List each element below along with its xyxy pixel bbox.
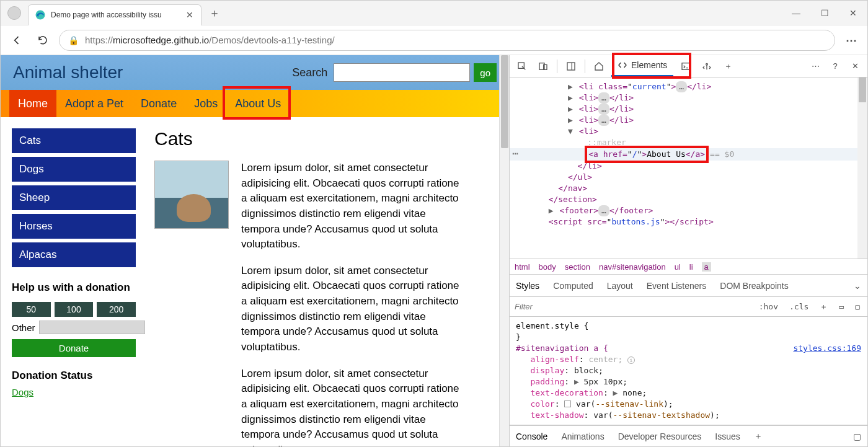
drawer-console[interactable]: Console — [516, 432, 547, 441]
status-heading: Donation Status — [12, 370, 136, 382]
highlight-box-dom-node: <a href="/">About Us</a> — [587, 148, 706, 161]
styles-tabs: Styles Computed Layout Event Listeners D… — [510, 275, 867, 297]
sidebar-item-alpacas[interactable]: Alpacas — [12, 242, 136, 267]
crumb-ul[interactable]: ul — [675, 262, 681, 272]
sidebar-item-cats[interactable]: Cats — [12, 128, 136, 153]
dom-scrollbar[interactable] — [857, 77, 867, 259]
page-title: Cats — [154, 128, 498, 149]
sidebar: Cats Dogs Sheep Horses Alpacas Help us w… — [12, 128, 136, 446]
crumb-li[interactable]: li — [689, 262, 693, 272]
browser-toolbar: 🔒 https://microsoftedge.github.io/Demos/… — [1, 25, 867, 55]
nav-about-us[interactable]: About Us — [226, 90, 290, 117]
console-icon[interactable] — [677, 58, 694, 75]
welcome-icon[interactable] — [590, 58, 608, 75]
device-icon[interactable] — [534, 58, 552, 75]
refresh-icon[interactable] — [33, 30, 53, 50]
tab-dom-breakpoints[interactable]: DOM Breakpoints — [720, 281, 788, 291]
stylesheet-link[interactable]: styles.css:169 — [793, 343, 861, 354]
crumb-section[interactable]: section — [565, 262, 590, 272]
dom-row-menu-icon[interactable]: ⋯ — [512, 148, 519, 159]
paragraph-1: Lorem ipsum dolor, sit amet consectetur … — [241, 161, 464, 252]
close-window-icon[interactable]: ✕ — [839, 1, 867, 25]
tab-layout[interactable]: Layout — [607, 281, 633, 291]
donate-button[interactable]: Donate — [12, 339, 136, 357]
devtools-toolbar: Elements ＋ ⋯ ? ✕ — [510, 55, 867, 77]
top-nav: Home Adopt a Pet Donate Jobs About Us — [1, 90, 509, 117]
devtools-close-icon[interactable]: ✕ — [846, 58, 864, 75]
styles-expand-icon[interactable]: ▢ — [852, 302, 862, 311]
donate-200[interactable]: 200 — [97, 302, 136, 317]
more-icon[interactable]: ⋯ — [841, 30, 861, 50]
browser-tab[interactable]: Demo page with accessibility issu ✕ — [28, 4, 202, 25]
other-label: Other — [12, 322, 35, 333]
donate-50[interactable]: 50 — [12, 302, 51, 317]
page-viewport: Animal shelter Search go Home Adopt a Pe… — [1, 55, 509, 446]
sidebar-item-dogs[interactable]: Dogs — [12, 157, 136, 182]
styles-filter-input[interactable] — [515, 302, 750, 311]
nav-home[interactable]: Home — [9, 90, 56, 117]
drawer-dev-resources[interactable]: Developer Resources — [618, 432, 702, 441]
search-label: Search — [292, 66, 327, 79]
page-scrollbar[interactable] — [499, 55, 509, 446]
donate-100[interactable]: 100 — [55, 302, 94, 317]
nav-donate[interactable]: Donate — [132, 90, 185, 117]
help-icon[interactable]: ? — [826, 58, 844, 75]
address-bar[interactable]: 🔒 https://microsoftedge.github.io/Demos/… — [59, 30, 835, 51]
tab-elements[interactable]: Elements — [611, 56, 673, 77]
hov-toggle[interactable]: :hov — [756, 302, 781, 311]
sources-icon[interactable] — [698, 58, 715, 75]
back-icon[interactable] — [7, 30, 27, 50]
tab-styles[interactable]: Styles — [516, 281, 539, 291]
styles-pane[interactable]: element.style { } #sitenavigation a {sty… — [510, 317, 867, 425]
inspect-icon[interactable] — [513, 58, 531, 75]
add-tab-icon[interactable]: ＋ — [719, 58, 737, 75]
profile-avatar[interactable] — [1, 6, 28, 20]
svg-point-7 — [706, 63, 708, 65]
crumb-html[interactable]: html — [515, 262, 530, 272]
url-text: https://microsoftedge.github.io/Demos/de… — [85, 35, 335, 45]
site-title: Animal shelter — [13, 63, 292, 82]
paragraph-3: Lorem ipsum dolor, sit amet consectetur … — [241, 366, 464, 446]
drawer-add-icon[interactable]: ＋ — [754, 431, 763, 442]
status-link-dogs[interactable]: Dogs — [12, 387, 136, 397]
drawer-tabs: Console Animations Developer Resources I… — [510, 425, 867, 446]
nav-adopt[interactable]: Adopt a Pet — [56, 90, 132, 117]
drawer-issues[interactable]: Issues — [715, 432, 740, 441]
tab-title: Demo page with accessibility issu — [51, 11, 185, 19]
edge-icon — [35, 9, 46, 20]
tab-elements-label: Elements — [631, 60, 667, 70]
cls-toggle[interactable]: .cls — [787, 302, 811, 311]
drawer-animations[interactable]: Animations — [561, 432, 604, 441]
crumb-nav[interactable]: nav#sitenavigation — [599, 262, 666, 272]
devtools-more-icon[interactable]: ⋯ — [807, 58, 824, 75]
sidebar-item-horses[interactable]: Horses — [12, 214, 136, 239]
titlebar: Demo page with accessibility issu ✕ ＋ — … — [1, 1, 867, 25]
sidebar-item-sheep[interactable]: Sheep — [12, 185, 136, 210]
computed-toggle-icon[interactable]: ▭ — [836, 302, 846, 311]
tab-computed[interactable]: Computed — [553, 281, 593, 291]
cat-image — [154, 161, 229, 229]
crumb-body[interactable]: body — [539, 262, 556, 272]
search-input[interactable] — [334, 63, 470, 82]
drawer-expand-icon[interactable]: ▢ — [853, 432, 861, 441]
go-button[interactable]: go — [474, 63, 497, 82]
chevron-down-icon[interactable]: ⌄ — [854, 281, 861, 291]
color-swatch-icon[interactable] — [564, 401, 571, 407]
other-amount-input[interactable] — [39, 321, 145, 334]
nav-jobs[interactable]: Jobs — [185, 90, 226, 117]
minimize-icon[interactable]: — — [782, 1, 810, 25]
selected-dom-node[interactable]: ⋯ <a href="/">About Us</a> == $0 — [510, 148, 867, 161]
dock-icon[interactable] — [562, 58, 580, 75]
breadcrumb[interactable]: html body section nav#sitenavigation ul … — [510, 259, 867, 275]
svg-rect-6 — [682, 63, 689, 69]
devtools: Elements ＋ ⋯ ? ✕ ▶ <li class="current">…… — [509, 55, 867, 446]
new-tab-button[interactable]: ＋ — [205, 4, 224, 22]
new-style-rule-icon[interactable]: ＋ — [817, 301, 830, 312]
paragraph-2: Lorem ipsum dolor, sit amet consectetur … — [241, 263, 464, 355]
dom-tree[interactable]: ▶ <li class="current">…</li> ▶ <li>…</li… — [510, 77, 867, 259]
tab-event-listeners[interactable]: Event Listeners — [647, 281, 707, 291]
maximize-icon[interactable]: ☐ — [810, 1, 839, 25]
close-icon[interactable]: ✕ — [185, 10, 195, 20]
crumb-a[interactable]: a — [702, 262, 711, 272]
info-icon[interactable]: i — [627, 356, 635, 364]
